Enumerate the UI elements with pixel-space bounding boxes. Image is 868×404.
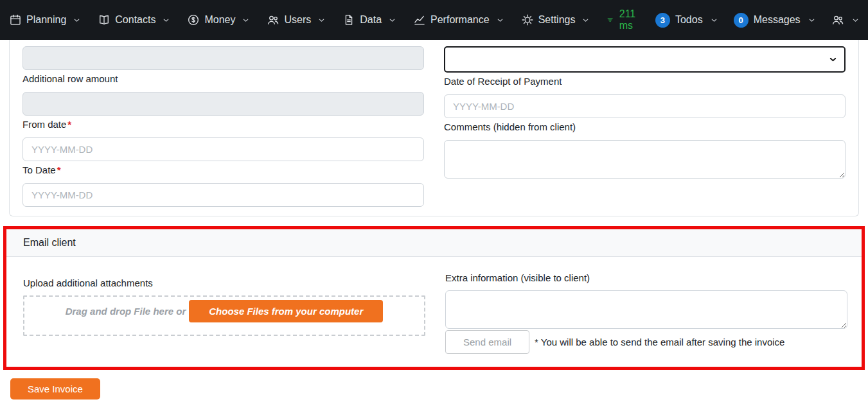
send-email-row: Send email * You will be able to send th… bbox=[445, 330, 847, 354]
nav-label-money: Money bbox=[204, 14, 235, 26]
to-date-input[interactable] bbox=[22, 183, 424, 207]
nav-item-contacts[interactable]: Contacts bbox=[98, 13, 170, 26]
chart-icon bbox=[413, 13, 426, 26]
todos-menu[interactable]: 3 Todos bbox=[655, 13, 718, 28]
comments-textarea[interactable] bbox=[444, 140, 846, 179]
required-asterisk: * bbox=[57, 164, 61, 175]
additional-row-amount-field bbox=[22, 92, 424, 116]
navbar-right-group: 211 ms 3 Todos 0 Messages bbox=[607, 8, 859, 31]
file-dropzone[interactable]: Drag and drop File here or Choose Files … bbox=[23, 295, 425, 336]
chevron-down-icon bbox=[317, 16, 326, 24]
email-left-column: Upload additional attachments Drag and d… bbox=[23, 272, 425, 354]
chevron-down-icon bbox=[851, 16, 860, 24]
chevron-down-icon bbox=[162, 16, 170, 24]
email-client-title: Email client bbox=[23, 237, 76, 248]
gear-icon bbox=[521, 13, 534, 26]
disabled-amount-field bbox=[22, 46, 424, 70]
select-wrapper bbox=[444, 46, 846, 73]
invoice-form-grid: Additional row amount From date* To Date… bbox=[22, 46, 846, 207]
nav-label-planning: Planning bbox=[26, 14, 66, 26]
nav-label-users: Users bbox=[284, 14, 311, 26]
todos-count-badge: 3 bbox=[655, 13, 670, 28]
receipt-date-label: Date of Receipt of Payment bbox=[444, 76, 846, 87]
book-icon bbox=[98, 13, 111, 26]
comments-label: Comments (hidden from client) bbox=[444, 121, 846, 133]
dropzone-text: Drag and drop File here or bbox=[66, 306, 186, 317]
email-client-section: Email client Upload additional attachmen… bbox=[3, 226, 865, 370]
send-email-button[interactable]: Send email bbox=[445, 330, 529, 354]
nav-item-money[interactable]: Money bbox=[187, 13, 250, 26]
nav-item-settings[interactable]: Settings bbox=[521, 13, 590, 26]
dropdown-select[interactable] bbox=[444, 46, 846, 73]
email-client-header: Email client bbox=[6, 229, 862, 257]
chevron-down-icon bbox=[496, 16, 504, 24]
extra-information-textarea[interactable] bbox=[445, 290, 847, 329]
users-icon bbox=[267, 13, 279, 26]
messages-count-badge: 0 bbox=[734, 13, 748, 28]
from-date-label: From date* bbox=[22, 119, 424, 130]
upload-attachments-label: Upload additional attachments bbox=[23, 277, 425, 289]
document-icon bbox=[342, 13, 355, 26]
page: Planning Contacts Money Users Data Perfo… bbox=[0, 0, 868, 404]
messages-label: Messages bbox=[754, 14, 801, 26]
nav-item-performance[interactable]: Performance bbox=[413, 13, 504, 26]
latency-value: 211 ms bbox=[619, 8, 640, 31]
nav-label-settings: Settings bbox=[538, 14, 576, 26]
latency-indicator: 211 ms bbox=[607, 8, 640, 31]
todos-label: Todos bbox=[675, 14, 703, 26]
from-date-input[interactable] bbox=[22, 137, 424, 161]
calendar-icon bbox=[9, 13, 22, 26]
chevron-down-icon bbox=[710, 16, 718, 24]
chevron-down-icon bbox=[581, 16, 590, 24]
invoice-form-panel: Additional row amount From date* To Date… bbox=[9, 40, 859, 216]
chevron-down-icon bbox=[73, 16, 81, 24]
form-left-column: Additional row amount From date* To Date… bbox=[22, 46, 424, 207]
email-right-column: Extra information (visible to client) Se… bbox=[445, 272, 847, 354]
messages-menu[interactable]: 0 Messages bbox=[734, 13, 816, 28]
to-date-label: To Date* bbox=[22, 164, 424, 176]
account-menu[interactable] bbox=[831, 13, 860, 26]
save-invoice-button[interactable]: Save Invoice bbox=[10, 378, 100, 400]
nav-label-performance: Performance bbox=[430, 14, 490, 26]
chevron-down-icon bbox=[242, 16, 250, 24]
dropzone-inner: Drag and drop File here or Choose Files … bbox=[66, 300, 384, 322]
chevron-down-icon bbox=[808, 16, 816, 24]
nav-item-data[interactable]: Data bbox=[342, 13, 396, 26]
form-right-column: Date of Receipt of Payment Comments (hid… bbox=[444, 46, 846, 207]
nav-label-data: Data bbox=[360, 14, 382, 26]
nav-item-planning[interactable]: Planning bbox=[9, 13, 81, 26]
chevron-down-icon bbox=[388, 16, 396, 24]
top-navbar: Planning Contacts Money Users Data Perfo… bbox=[0, 0, 868, 40]
receipt-date-input[interactable] bbox=[444, 94, 846, 118]
nav-label-contacts: Contacts bbox=[115, 14, 155, 26]
extra-information-label: Extra information (visible to client) bbox=[445, 272, 847, 284]
send-email-note: * You will be able to send the email aft… bbox=[535, 337, 784, 347]
choose-files-button[interactable]: Choose Files from your computer bbox=[189, 300, 383, 322]
required-asterisk: * bbox=[67, 119, 71, 130]
speed-lines-icon bbox=[607, 14, 614, 26]
dollar-circle-icon bbox=[187, 13, 200, 26]
email-client-body: Upload additional attachments Drag and d… bbox=[6, 257, 862, 367]
users-icon bbox=[831, 13, 844, 26]
additional-row-amount-label: Additional row amount bbox=[22, 73, 424, 85]
nav-item-users[interactable]: Users bbox=[267, 13, 326, 26]
